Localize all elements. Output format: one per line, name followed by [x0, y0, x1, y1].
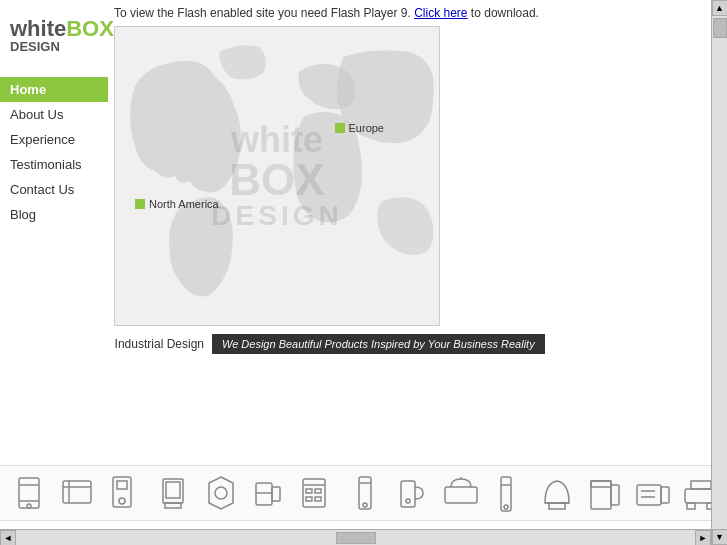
- scroll-up-arrow[interactable]: ▲: [712, 0, 728, 16]
- product-icon-1: [8, 471, 50, 515]
- scroll-thumb-right[interactable]: [713, 18, 727, 38]
- svg-rect-38: [611, 485, 619, 505]
- svg-point-28: [406, 499, 410, 503]
- svg-point-3: [27, 504, 31, 508]
- scroll-track-bottom: [16, 530, 695, 545]
- svg-rect-35: [549, 503, 565, 509]
- svg-rect-31: [501, 477, 511, 511]
- flash-box: white BOX DESIGN North America Europe: [114, 26, 440, 326]
- industrial-tagline: We Design Beautiful Products Inspired by…: [212, 334, 545, 354]
- scroll-down-arrow[interactable]: ▼: [712, 529, 728, 545]
- svg-rect-20: [306, 489, 312, 493]
- scrollbar-right[interactable]: ▲ ▼: [711, 0, 727, 545]
- logo-design: DESIGN: [10, 40, 98, 53]
- marker-dot-eu: [335, 123, 345, 133]
- product-icon-4: [152, 471, 194, 515]
- svg-rect-22: [306, 497, 312, 501]
- flash-notice-suffix: to download.: [468, 6, 539, 20]
- flash-notice: To view the Flash enabled site you need …: [114, 6, 701, 20]
- svg-point-9: [119, 498, 125, 504]
- nav-menu: Home About Us Experience Testimonials Co…: [0, 77, 108, 227]
- marker-europe: Europe: [335, 122, 384, 134]
- svg-rect-24: [359, 477, 371, 509]
- flash-notice-text: To view the Flash enabled site you need …: [114, 6, 414, 20]
- content-area: To view the Flash enabled site you need …: [108, 0, 711, 529]
- sidebar: whiteBOX DESIGN Home About Us Experience…: [0, 0, 108, 529]
- sidebar-item-testimonials[interactable]: Testimonials: [0, 152, 108, 177]
- industrial-label: Industrial Design: [114, 337, 204, 351]
- scroll-thumb-bottom[interactable]: [336, 532, 376, 544]
- svg-marker-13: [209, 477, 233, 509]
- sidebar-item-home[interactable]: Home: [0, 77, 108, 102]
- logo-box: BOX: [66, 16, 114, 41]
- industrial-row: Industrial Design We Design Beautiful Pr…: [114, 334, 701, 354]
- scrollbar-bottom[interactable]: ◄ ►: [0, 529, 711, 545]
- marker-dot-na: [135, 199, 145, 209]
- logo: whiteBOX DESIGN: [0, 10, 108, 69]
- svg-rect-45: [687, 503, 695, 509]
- sidebar-item-experience[interactable]: Experience: [0, 127, 108, 152]
- logo-white: white: [10, 16, 66, 41]
- product-icon-12: [536, 471, 578, 515]
- marker-label-na: North America: [149, 198, 219, 210]
- svg-rect-12: [165, 503, 181, 508]
- flash-click-link[interactable]: Click here: [414, 6, 467, 20]
- svg-rect-44: [691, 481, 711, 489]
- product-icon-10: [440, 471, 482, 515]
- svg-rect-36: [591, 481, 611, 509]
- svg-rect-16: [272, 487, 280, 501]
- svg-rect-29: [445, 487, 477, 503]
- product-icon-7: [296, 471, 338, 515]
- svg-rect-23: [315, 497, 321, 501]
- svg-rect-37: [591, 481, 611, 487]
- product-icon-5: [200, 471, 242, 515]
- products-strip: [0, 465, 727, 521]
- product-icon-3: [104, 471, 146, 515]
- svg-rect-39: [637, 485, 661, 505]
- svg-rect-40: [661, 487, 669, 503]
- svg-rect-11: [166, 482, 180, 498]
- svg-rect-8: [117, 481, 127, 489]
- svg-rect-21: [315, 489, 321, 493]
- world-map-svg: [115, 27, 439, 325]
- product-icon-9: [392, 471, 434, 515]
- svg-rect-4: [63, 481, 91, 503]
- product-icon-11: [488, 471, 530, 515]
- product-icon-13: [584, 471, 626, 515]
- sidebar-item-about[interactable]: About Us: [0, 102, 108, 127]
- product-icon-14: [632, 471, 674, 515]
- sidebar-item-blog[interactable]: Blog: [0, 202, 108, 227]
- svg-rect-15: [256, 483, 272, 505]
- scroll-left-arrow[interactable]: ◄: [0, 530, 16, 546]
- marker-north-america: North America: [135, 198, 219, 210]
- svg-point-14: [215, 487, 227, 499]
- scroll-right-arrow[interactable]: ►: [695, 530, 711, 546]
- product-icon-8: [344, 471, 386, 515]
- product-icon-2: [56, 471, 98, 515]
- product-icon-6: [248, 471, 290, 515]
- svg-point-33: [504, 505, 508, 509]
- sidebar-item-contact[interactable]: Contact Us: [0, 177, 108, 202]
- marker-label-eu: Europe: [349, 122, 384, 134]
- svg-point-26: [363, 503, 367, 507]
